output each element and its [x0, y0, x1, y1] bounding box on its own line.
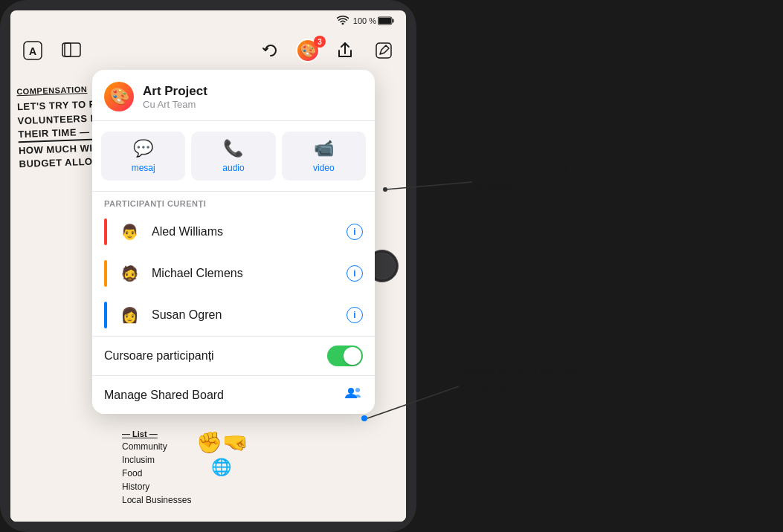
edit-button[interactable]: [370, 37, 397, 64]
bottom-callout-line2: configurările pentru toată: [461, 381, 576, 393]
canvas-item-2: Food: [122, 467, 191, 480]
svg-rect-2: [378, 18, 391, 24]
participant-indicator-0: [104, 218, 107, 245]
media-tool-button[interactable]: [58, 37, 85, 64]
participant-indicator-2: [104, 302, 107, 328]
canvas-item-0: Community: [122, 440, 191, 453]
participant-row-0: 👨 Aled Williams i: [92, 211, 375, 253]
undo-button[interactable]: [257, 37, 284, 64]
participant-indicator-1: [104, 260, 107, 287]
message-icon: 💬: [133, 139, 153, 158]
panel-avatar: 🎨: [104, 82, 134, 111]
participant-name-1: Michael Clemens: [152, 267, 338, 280]
ipad-frame: 100 % A: [0, 0, 416, 532]
audio-label: audio: [222, 163, 244, 173]
participant-name-2: Susan Ogren: [152, 308, 338, 322]
manage-shared-board-icon: [345, 386, 363, 403]
video-button[interactable]: 📹 video: [282, 132, 366, 181]
share-button[interactable]: [332, 37, 358, 64]
toolbar-left: A: [19, 37, 85, 64]
text-tool-button[interactable]: A: [19, 37, 46, 64]
panel-subtitle: Cu Art Team: [143, 99, 207, 110]
audio-button[interactable]: 📞 audio: [191, 132, 275, 181]
participants-section-header: PARTICIPANȚI CURENȚI: [92, 192, 375, 211]
video-icon: 📹: [314, 139, 334, 158]
audio-icon: 📞: [223, 139, 243, 158]
svg-rect-6: [65, 43, 71, 56]
participant-name-0: Aled Williams: [152, 225, 338, 239]
panel-header: 🎨 Art Project Cu Art Team: [92, 70, 375, 121]
collaborators-button[interactable]: 🎨 3: [296, 39, 320, 62]
canvas-item-1: Inclusim: [122, 453, 191, 467]
canvas-list: — List — Community Inclusim Food History…: [122, 428, 191, 507]
participant-avatar-0: 👨: [116, 218, 143, 245]
svg-point-9: [355, 388, 360, 392]
sticker-1: ✊🤜: [196, 430, 248, 455]
top-callout-line2: în panou.: [476, 181, 519, 192]
panel-title-block: Art Project Cu Art Team: [143, 84, 207, 110]
participant-row-1: 🧔 Michael Clemens i: [92, 253, 375, 294]
top-callout: Vedeți cine lucrează în panou.: [476, 163, 569, 195]
participant-info-button-2[interactable]: i: [347, 307, 363, 323]
svg-text:A: A: [29, 45, 36, 57]
top-callout-line1: Vedeți cine lucrează: [476, 165, 569, 177]
cursor-toggle-label: Cursoare participanți: [104, 349, 327, 363]
svg-point-8: [348, 388, 354, 394]
toolbar: A 🎨: [10, 31, 406, 70]
cursor-toggle-switch[interactable]: [327, 346, 363, 366]
toolbar-center: 🎨 3: [257, 37, 397, 64]
bottom-callout: Apăsați pentru a schimba configurările p…: [461, 364, 579, 411]
message-label: mesaj: [132, 163, 155, 173]
toggle-knob: [344, 347, 361, 365]
message-button[interactable]: 💬 mesaj: [101, 132, 185, 181]
canvas-item-3: History: [122, 480, 191, 493]
manage-shared-board-label: Manage Shared Board: [104, 389, 345, 402]
participant-info-button-0[interactable]: i: [347, 224, 363, 240]
status-bar: 100 %: [10, 10, 406, 31]
canvas-item-4: Local Businesses: [122, 493, 191, 507]
svg-rect-1: [393, 19, 394, 23]
wifi-icon: [337, 16, 349, 26]
battery-status: 100 %: [353, 16, 394, 25]
collab-count: 3: [314, 36, 326, 48]
participant-avatar-2: 👩: [116, 302, 143, 328]
manage-shared-board-row[interactable]: Manage Shared Board: [92, 376, 375, 414]
action-buttons-row: 💬 mesaj 📞 audio 📹 video: [92, 121, 375, 192]
panel-title: Art Project: [143, 84, 207, 99]
svg-rect-7: [376, 43, 391, 58]
video-label: video: [313, 163, 335, 173]
bottom-callout-line3: lumea.: [461, 397, 492, 409]
battery-pct-text: 100 %: [353, 16, 376, 25]
sticker-2: 🌐: [211, 458, 231, 477]
ipad-screen: 100 % A: [10, 10, 406, 522]
cursor-toggle-row: Cursoare participanți: [92, 336, 375, 376]
bottom-callout-line1: Apăsați pentru a schimba: [461, 366, 579, 377]
participant-info-button-1[interactable]: i: [347, 265, 363, 282]
canvas-list-title: — List —: [122, 428, 191, 441]
participant-avatar-1: 🧔: [116, 260, 143, 287]
participant-row-2: 👩 Susan Ogren i: [92, 294, 375, 336]
collaboration-panel: 🎨 Art Project Cu Art Team 💬 mesaj 📞 audi…: [92, 70, 375, 414]
